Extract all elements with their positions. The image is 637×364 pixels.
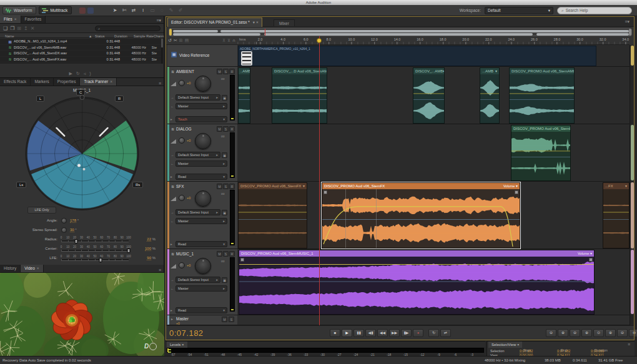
automation-mode-select[interactable]: Read▾ <box>175 174 227 180</box>
audio-clip[interactable]: DISCOV_PROMO Aud v06_StemFXVolume ▾ <box>322 182 520 248</box>
tab-properties[interactable]: Properties <box>54 78 81 86</box>
track-name[interactable]: MUSIC_1 <box>176 252 194 256</box>
pan-knob[interactable] <box>195 76 211 92</box>
radius-slider[interactable]: 0102030405060708090100 <box>61 236 129 243</box>
import-file-icon[interactable]: ❐ <box>10 26 14 31</box>
tab-favorites[interactable]: Favorites <box>21 16 46 23</box>
lfe-only-button[interactable]: LFE Only <box>27 207 56 214</box>
file-row[interactable]: ≋ DISCOV_...ud v06_StemAMB.wav0:31.448 4… <box>0 45 162 51</box>
record-arm-button[interactable]: R <box>229 184 235 189</box>
solo-button[interactable]: S <box>223 251 229 257</box>
tab-track-panner[interactable]: Track Panner× <box>80 78 117 86</box>
input-select[interactable]: Default Stereo Input▸ <box>175 152 220 158</box>
fast-forward-button[interactable]: ▶▶ <box>389 329 400 337</box>
audio-clip[interactable]: ...AMB ▾ <box>480 67 500 124</box>
multitrack-view-button[interactable]: Multitrack <box>39 6 72 14</box>
volume-knob[interactable] <box>179 137 185 144</box>
auto-play-icon[interactable]: ◃) <box>84 71 95 76</box>
volume-knob[interactable] <box>179 262 185 268</box>
video-track-name[interactable]: Video Reference <box>179 53 209 57</box>
zoom-out-v-button[interactable]: ⊖ <box>570 329 580 337</box>
headphones-icon[interactable]: ∩ <box>232 38 235 42</box>
fade-handle[interactable] <box>240 258 244 262</box>
tab-files[interactable]: Files× <box>0 16 21 23</box>
tab-history[interactable]: History <box>0 265 21 272</box>
mute-button[interactable]: M <box>217 184 222 189</box>
speaker-label-l[interactable]: L <box>36 96 44 102</box>
slider-thumb[interactable] <box>99 258 102 262</box>
chevron-down-icon[interactable]: ▾ <box>625 184 627 188</box>
mute-button[interactable]: M <box>217 69 222 74</box>
panel-menu-icon[interactable]: ≡ <box>159 268 164 272</box>
record-arm-button[interactable]: R <box>229 126 235 132</box>
automation-mode-select[interactable]: Read▾ <box>175 307 227 313</box>
volume-knob[interactable] <box>179 80 185 86</box>
panel-menu-icon[interactable]: ≡▾ <box>156 18 164 23</box>
time-selection-tool-icon[interactable]: I <box>139 7 147 14</box>
tab-video[interactable]: Video× <box>21 265 43 272</box>
solo-all-icon[interactable]: ⊻ <box>227 38 230 43</box>
brush-tool-icon[interactable]: ✎ <box>167 7 175 14</box>
zoom-in-v-button[interactable]: ⊕ <box>581 329 592 337</box>
lfe-slider[interactable]: 0102030405060708090100 <box>61 255 129 262</box>
mute-button[interactable]: M <box>217 126 222 132</box>
record-arm-button[interactable]: R <box>229 251 235 257</box>
audio-clip[interactable]: DISCOV_PROMO Aud v06_StemDI ▾ <box>511 125 571 181</box>
gain-value[interactable]: +0 <box>176 322 180 325</box>
tab-editor-session[interactable]: Editor: DISCOVERY NA PROMO_01.sesx *▾ × <box>167 17 262 27</box>
loop-button[interactable]: ↻ <box>428 329 439 337</box>
angle-value[interactable]: 178 <box>70 219 76 223</box>
tab-mixer[interactable]: Mixer <box>274 19 295 27</box>
preview-play-icon[interactable]: ▶ <box>69 71 76 76</box>
record-mode-icon[interactable] <box>79 7 86 14</box>
close-icon[interactable]: × <box>37 266 39 270</box>
close-icon[interactable]: × <box>110 79 112 84</box>
snap-icon[interactable]: ↺ <box>168 38 172 43</box>
track-name[interactable]: SFX <box>176 184 184 189</box>
output-select[interactable]: Master▸ <box>175 103 227 109</box>
solo-button[interactable]: S <box>223 69 229 74</box>
track-name[interactable]: Master <box>176 317 189 321</box>
automation-mode-select[interactable]: Read▾ <box>175 241 227 247</box>
close-icon[interactable]: × <box>256 20 259 24</box>
audio-clip[interactable]: DISCOV_PROMO Aud v06_StemFX ▾ <box>238 182 307 248</box>
mute-all-icon[interactable]: ⊼ <box>222 38 225 43</box>
tab-markers[interactable]: Markers <box>31 78 53 86</box>
speaker-label-c[interactable]: C <box>76 89 85 96</box>
stop-button[interactable]: ■ <box>330 329 340 337</box>
chevron-down-icon[interactable]: ▾ <box>443 69 444 73</box>
fade-handle[interactable] <box>323 190 327 194</box>
slider-thumb[interactable] <box>127 248 131 253</box>
chevron-down-icon[interactable]: ▾ <box>589 252 592 255</box>
stereo-spread-value[interactable]: 30 <box>70 228 74 232</box>
speaker-label-ls[interactable]: Ls <box>16 182 26 188</box>
chevron-down-icon[interactable]: ▾ <box>253 20 255 24</box>
input-select[interactable]: Default Stereo Input▸ <box>175 94 220 101</box>
output-select[interactable]: Master▸ <box>175 285 227 292</box>
playhead[interactable] <box>319 36 320 325</box>
zoom-navigator[interactable] <box>169 28 632 36</box>
audio-clip[interactable]: ..AMB <box>238 67 250 124</box>
media-browser-icon[interactable]: ⊞ <box>17 26 21 31</box>
file-row[interactable]: ≋ DISCOV_... Aud v06_StemDX.wav0:31.448 … <box>0 51 162 57</box>
track-name[interactable]: DIALOG <box>176 127 192 131</box>
file-row[interactable]: ▦ ADOBE_N...MO_v10_h264_1.mp40:31.448 <box>0 39 162 45</box>
files-scrollbar[interactable] <box>161 39 163 64</box>
tab-levels[interactable]: Levels × <box>167 342 187 348</box>
slider-thumb[interactable] <box>74 239 77 243</box>
clip-envelope-select[interactable]: Volume <box>503 184 515 188</box>
close-icon[interactable]: × <box>517 343 520 347</box>
output-select[interactable]: Master▸ <box>175 160 227 167</box>
video-clip[interactable]: ADOBE_NORTHAMERICA_PROMO_v10_h264_1 <box>238 46 596 66</box>
surround-panner[interactable] <box>19 94 146 213</box>
zoom-in-h-button[interactable]: ⊕ <box>558 329 568 337</box>
delete-icon[interactable]: ✕ <box>31 26 35 31</box>
search-help-box[interactable]: ⌕ Search Help <box>557 7 632 14</box>
solo-button[interactable]: S <box>223 126 229 132</box>
automation-mode-select[interactable]: Touch▾ <box>175 116 227 122</box>
insert-multitrack-icon[interactable]: ↥ <box>24 26 28 31</box>
pan-knob[interactable] <box>195 258 211 274</box>
collapse-icon[interactable]: ▸ <box>171 317 173 321</box>
move-tool-icon[interactable]: ➤ <box>111 7 119 14</box>
monitor-mode-icon[interactable] <box>87 7 94 14</box>
